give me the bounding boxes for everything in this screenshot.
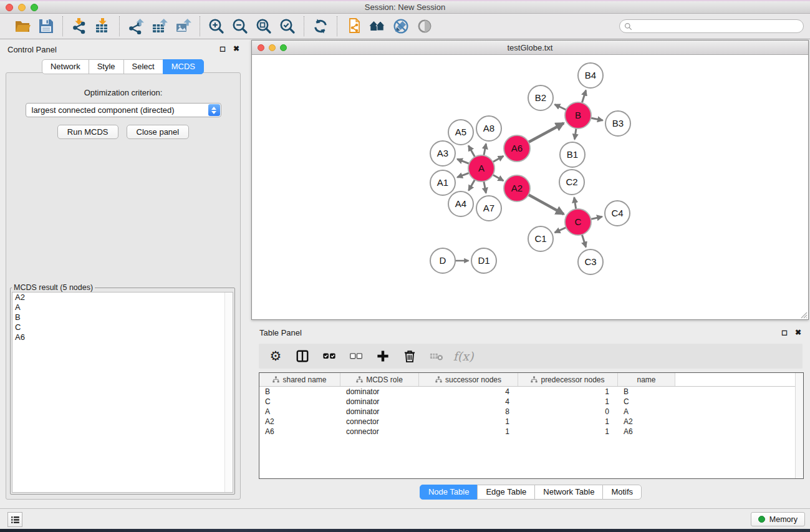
float-panel-icon[interactable]: ◻: [219, 45, 226, 52]
node-A3[interactable]: A3: [430, 141, 455, 166]
node-B3[interactable]: B3: [605, 111, 630, 136]
node-table[interactable]: shared nameMCDS rolesuccessor nodesprede…: [259, 372, 804, 479]
export-table-icon[interactable]: [150, 17, 169, 36]
table-tab-network-table[interactable]: Network Table: [534, 485, 603, 500]
column-header-predecessor-nodes[interactable]: predecessor nodes: [518, 373, 618, 386]
run-mcds-button[interactable]: Run MCDS: [57, 125, 118, 139]
deselect-all-icon[interactable]: [348, 348, 364, 364]
mcds-list-scrollbar[interactable]: [224, 293, 233, 492]
node-D1[interactable]: D1: [471, 248, 496, 273]
zoom-fit-icon[interactable]: [254, 17, 273, 36]
table-cell: A: [618, 407, 675, 416]
node-A5[interactable]: A5: [448, 120, 473, 145]
column-header-successor-nodes[interactable]: successor nodes: [419, 373, 518, 386]
table-close-panel-icon[interactable]: ✖: [795, 329, 801, 336]
refresh-icon[interactable]: [311, 17, 330, 36]
zoom-in-icon[interactable]: [207, 17, 226, 36]
node-A2[interactable]: A2: [504, 175, 530, 201]
node-D[interactable]: D: [430, 248, 455, 273]
node-A8[interactable]: A8: [476, 116, 501, 141]
table-row[interactable]: A2connector11A2: [259, 417, 803, 427]
table-header-row: shared nameMCDS rolesuccessor nodesprede…: [259, 373, 803, 387]
node-A6[interactable]: A6: [504, 135, 530, 162]
memory-label: Memory: [769, 515, 798, 524]
import-network-icon[interactable]: [70, 17, 89, 36]
show-view-icon[interactable]: [415, 17, 434, 36]
memory-button[interactable]: Memory: [751, 512, 805, 526]
export-network-icon[interactable]: [127, 17, 145, 36]
settings-icon[interactable]: ⚙: [268, 348, 284, 364]
task-history-button[interactable]: [7, 512, 22, 527]
tab-network[interactable]: Network: [42, 59, 89, 74]
open-file-icon[interactable]: [13, 17, 32, 36]
node-C1[interactable]: C1: [528, 226, 553, 251]
table-float-panel-icon[interactable]: ◻: [781, 329, 788, 336]
table-cell: A2: [618, 417, 675, 426]
select-all-icon[interactable]: [321, 348, 337, 364]
node-C[interactable]: C: [565, 209, 591, 235]
table-scrollbar[interactable]: [795, 373, 803, 478]
node-A7[interactable]: A7: [476, 196, 501, 221]
table-panel-tabs: Node TableEdge TableNetwork TableMotifs: [420, 485, 642, 500]
home-icon[interactable]: [368, 17, 387, 36]
table-tab-motifs[interactable]: Motifs: [602, 485, 642, 500]
control-panel: Control Panel ◻ ✖ NetworkStyleSelectMCDS…: [1, 40, 244, 507]
network-document-icon[interactable]: [344, 17, 363, 36]
delete-column-icon[interactable]: [402, 348, 418, 364]
mcds-result-item[interactable]: A6: [12, 332, 233, 342]
svg-text:D1: D1: [478, 255, 489, 266]
node-A4[interactable]: A4: [448, 191, 473, 216]
table-row[interactable]: Cdominator41C: [259, 397, 803, 407]
mcds-result-item[interactable]: C: [12, 322, 233, 332]
hide-annotations-icon[interactable]: [392, 17, 410, 36]
zoom-out-icon[interactable]: [231, 17, 249, 36]
table-row[interactable]: A6connector11A6: [259, 427, 803, 437]
node-C2[interactable]: C2: [559, 170, 584, 195]
table-row[interactable]: Bdominator41B: [259, 387, 803, 397]
table-cell: A6: [259, 427, 340, 436]
search-box[interactable]: [619, 19, 804, 33]
tab-mcds[interactable]: MCDS: [163, 59, 204, 74]
tab-style[interactable]: Style: [89, 59, 124, 74]
add-column-icon[interactable]: [375, 348, 391, 364]
search-input[interactable]: [632, 21, 803, 32]
column-header-mcds-role[interactable]: MCDS role: [340, 373, 419, 386]
node-A1[interactable]: A1: [430, 170, 455, 195]
table-tab-edge-table[interactable]: Edge Table: [477, 485, 535, 500]
export-image-icon[interactable]: [174, 17, 193, 36]
node-A[interactable]: A: [468, 155, 494, 181]
table-cell: A: [259, 407, 340, 416]
mcds-result-list[interactable]: A2ABCA6: [12, 292, 233, 493]
mcds-result-item[interactable]: A2: [12, 293, 233, 302]
resize-grip[interactable]: [799, 311, 808, 319]
column-header-shared-name[interactable]: shared name: [259, 373, 340, 386]
node-B4[interactable]: B4: [578, 63, 603, 88]
function-builder-icon[interactable]: f(x): [455, 348, 471, 364]
mcds-result-item[interactable]: B: [12, 312, 233, 322]
svg-text:C2: C2: [566, 177, 577, 187]
table-body: Bdominator41BCdominator41CAdominator80AA…: [259, 387, 803, 437]
tab-select[interactable]: Select: [123, 59, 163, 74]
node-B[interactable]: B: [565, 102, 591, 128]
node-C4[interactable]: C4: [605, 201, 630, 226]
columns-icon[interactable]: [294, 348, 311, 364]
zoom-selected-icon[interactable]: [278, 17, 297, 36]
table-row[interactable]: Adominator80A: [259, 407, 803, 417]
table-cell: 1: [419, 417, 518, 426]
close-panel-button[interactable]: Close panel: [127, 125, 190, 139]
node-B1[interactable]: B1: [560, 142, 585, 167]
table-tab-node-table[interactable]: Node Table: [420, 485, 478, 500]
table-cell: connector: [340, 417, 419, 426]
import-table-icon[interactable]: [94, 17, 112, 36]
delete-table-icon[interactable]: [428, 348, 445, 364]
network-window-titlebar[interactable]: testGlobe.txt: [252, 41, 808, 55]
node-C3[interactable]: C3: [578, 249, 603, 274]
network-canvas[interactable]: B4B2BB3A8A5A6A3B1AA1C2A2A4A7C4CC1C3DD1: [252, 55, 808, 319]
mcds-result-item[interactable]: A: [12, 302, 233, 312]
column-header-name[interactable]: name: [618, 373, 675, 386]
node-B2[interactable]: B2: [528, 85, 553, 110]
optimization-criterion-select[interactable]: largest connected component (directed): [26, 103, 221, 117]
table-cell: dominator: [340, 397, 419, 406]
close-panel-icon[interactable]: ✖: [233, 45, 239, 52]
save-session-icon[interactable]: [37, 17, 55, 36]
